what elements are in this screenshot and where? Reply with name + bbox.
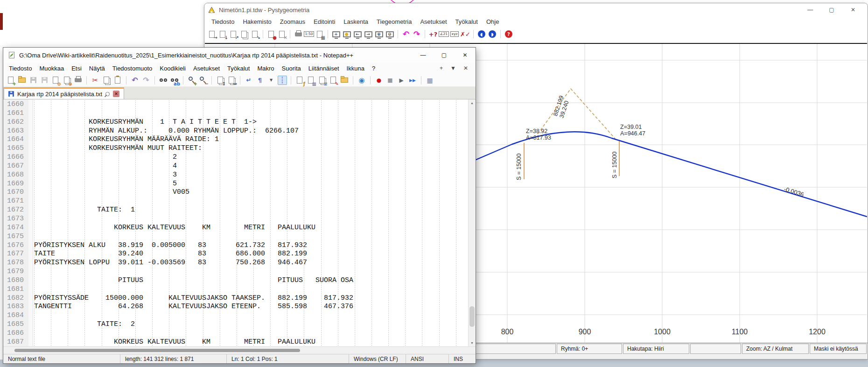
macro-run-multi-icon[interactable]: ▶▶ <box>408 76 417 85</box>
menu-item-koodikieli[interactable]: Koodikieli <box>156 64 189 73</box>
cut-icon[interactable]: ✂ <box>91 76 100 85</box>
tab-close-icon[interactable]: ✕ <box>113 91 119 97</box>
close-tab-icon[interactable]: ✕ <box>463 65 468 71</box>
word-wrap-icon[interactable]: ↵ <box>244 76 253 85</box>
document-map-icon[interactable]: ▦ <box>306 76 315 85</box>
macro-record-icon[interactable]: ● <box>374 76 384 85</box>
menu-item-asetukset[interactable]: Asetukset <box>189 64 224 73</box>
editor-area[interactable]: 1660166116621663166416651666166716681669… <box>3 99 476 346</box>
menu-item-laskenta[interactable]: Laskenta <box>339 17 372 26</box>
zoom-out-icon[interactable]: ⊖ <box>385 29 394 39</box>
export-file-icon[interactable]: ↗ <box>229 29 238 39</box>
paste-icon[interactable] <box>113 76 122 85</box>
menu-item-liit-nn-iset[interactable]: Liitännäiset <box>305 64 343 73</box>
menu-item-hakemisto[interactable]: Hakemisto <box>238 17 275 26</box>
close-file-icon[interactable]: ⊖ <box>51 76 60 85</box>
pan-left-icon[interactable]: ← <box>353 29 362 39</box>
prev-element-icon[interactable]: ◖ <box>477 29 486 39</box>
tab-list-dropdown-icon[interactable]: ▼ <box>450 65 456 71</box>
save-all-icon[interactable] <box>40 76 49 85</box>
function-list-icon[interactable]: ƒ <box>295 76 304 85</box>
menu-item-asetukset[interactable]: Asetukset <box>416 17 451 26</box>
close-all-icon[interactable]: ⊖ <box>62 76 71 85</box>
open-file-icon[interactable] <box>17 76 27 85</box>
horizontal-scrollbar-thumb[interactable] <box>14 349 300 352</box>
pysty-titlebar[interactable]: Nimetön1.pi.tdw - Pystygeometria —▢✕ <box>204 3 868 16</box>
menu-item-tiegeometria[interactable]: Tiegeometria <box>372 17 416 26</box>
macro-play-icon[interactable]: ▶ <box>397 76 406 85</box>
macro-edit-icon[interactable]: ✎ <box>329 76 338 85</box>
open-drawing-icon[interactable]: → <box>207 29 217 39</box>
scroll-up-icon[interactable]: ▲ <box>469 99 476 106</box>
npp-titlebar[interactable]: G:\Oma Drive\Wiki-artikkelit\Raidenuotit… <box>3 48 476 63</box>
menu-item-editointi[interactable]: Editointi <box>309 17 339 26</box>
context-help-icon[interactable]: +? <box>428 29 438 39</box>
menu-item-zoomaus[interactable]: Zoomaus <box>276 17 309 26</box>
vertical-scrollbar-thumb[interactable] <box>469 306 475 327</box>
menu-item--[interactable]: ? <box>368 64 379 73</box>
zoom-lamp-icon[interactable]: ● <box>342 29 351 39</box>
status-encoding[interactable]: ANSI <box>406 354 448 363</box>
find-icon[interactable] <box>159 76 168 85</box>
copy-drawing-icon[interactable] <box>239 29 249 39</box>
menu-item-muokkaa[interactable]: Muokkaa <box>35 64 68 73</box>
document-monitor-icon[interactable]: ◉ <box>357 76 366 85</box>
pysty-maximize-button[interactable]: ▢ <box>821 3 842 16</box>
scroll-down-icon[interactable]: ▼ <box>469 339 476 346</box>
new-tab-icon[interactable]: + <box>440 65 443 71</box>
macro-save-icon[interactable]: ▦ <box>425 76 434 85</box>
pysty-close-button[interactable]: ✕ <box>842 3 864 16</box>
zoom-in-icon[interactable]: ⊕ <box>374 29 384 39</box>
zoom-in-icon[interactable]: + <box>187 76 196 85</box>
npp-maximize-button[interactable]: ▢ <box>434 48 455 63</box>
tab-karjaa-rtp-2014[interactable]: Karjaa rtp 2014 pääpistelista.txt ✕ <box>4 87 124 99</box>
macro-stop-icon[interactable]: ■ <box>385 76 395 85</box>
save-drawing-icon[interactable]: ↘ <box>250 29 259 39</box>
copy-icon[interactable] <box>102 76 111 85</box>
print-icon[interactable] <box>294 29 303 39</box>
menu-item-suorita[interactable]: Suorita <box>278 64 305 73</box>
menu-item-tiedosto[interactable]: Tiedosto <box>5 64 35 73</box>
folder-workspace-icon[interactable] <box>340 76 349 85</box>
new-file-icon[interactable]: + <box>6 76 15 85</box>
menu-item-etsi[interactable]: Etsi <box>68 64 85 73</box>
sync-horizontal-icon[interactable]: ↔ <box>227 76 236 85</box>
zoom-out-icon[interactable]: − <box>198 76 208 85</box>
angle-mode-icon[interactable]: ∠21 <box>439 29 448 39</box>
redo-icon[interactable]: ↷ <box>141 76 151 85</box>
import-file-icon[interactable]: ↓ <box>218 29 227 39</box>
status-insert-mode[interactable]: INS <box>448 354 476 363</box>
menu-item-ohje[interactable]: Ohje <box>482 17 503 26</box>
pysty-minimize-button[interactable]: — <box>799 3 821 16</box>
menu-item-tiedosto[interactable]: Tiedosto <box>207 17 238 26</box>
menu-item-ty-kalut[interactable]: Työkalut <box>451 17 482 26</box>
print-icon[interactable] <box>73 76 83 85</box>
sync-vertical-icon[interactable]: ↕ <box>216 76 225 85</box>
redo-icon[interactable]: ↷ <box>412 29 421 39</box>
menu-item-ty-kalut[interactable]: Työkalut <box>224 64 253 73</box>
vertical-scrollbar[interactable]: ▲ ▼ <box>468 99 476 346</box>
npp-minimize-button[interactable]: — <box>413 48 434 63</box>
show-symbols-icon[interactable]: ¶ <box>255 76 265 85</box>
menu-item-makro[interactable]: Makro <box>253 64 278 73</box>
help-icon[interactable]: ? <box>504 29 513 39</box>
sheet-grid-icon[interactable]: ▦ <box>315 29 324 39</box>
undo-icon[interactable]: ↶ <box>401 29 411 39</box>
save-icon[interactable] <box>28 76 38 85</box>
status-eol-format[interactable]: Windows (CR LF) <box>349 354 406 363</box>
horizontal-scrollbar[interactable] <box>3 346 476 354</box>
document-delete-icon[interactable]: ✕ <box>277 29 287 39</box>
menu-item-ikkuna[interactable]: Ikkuna <box>343 64 368 73</box>
scale-1-50-icon[interactable]: 1:50 <box>304 29 314 39</box>
xyz-mode-icon[interactable]: xyz <box>450 29 459 39</box>
next-element-icon[interactable]: ◗ <box>488 29 497 39</box>
pan-right-icon[interactable]: → <box>364 29 373 39</box>
document-close-icon[interactable]: ● <box>266 29 276 39</box>
replace-icon[interactable]: ab <box>170 76 179 85</box>
menu-item-n-yt-[interactable]: Näytä <box>85 64 109 73</box>
zoom-extents-icon[interactable]: + <box>331 29 341 39</box>
undo-icon[interactable]: ↶ <box>130 76 140 85</box>
text-content[interactable]: KORKEUSRYHMÄN 1 T A I T T E E T 1-> RYHM… <box>33 99 468 346</box>
npp-close-button[interactable]: ✕ <box>455 48 476 63</box>
menu-item-tiedostomuoto[interactable]: Tiedostomuoto <box>109 64 156 73</box>
